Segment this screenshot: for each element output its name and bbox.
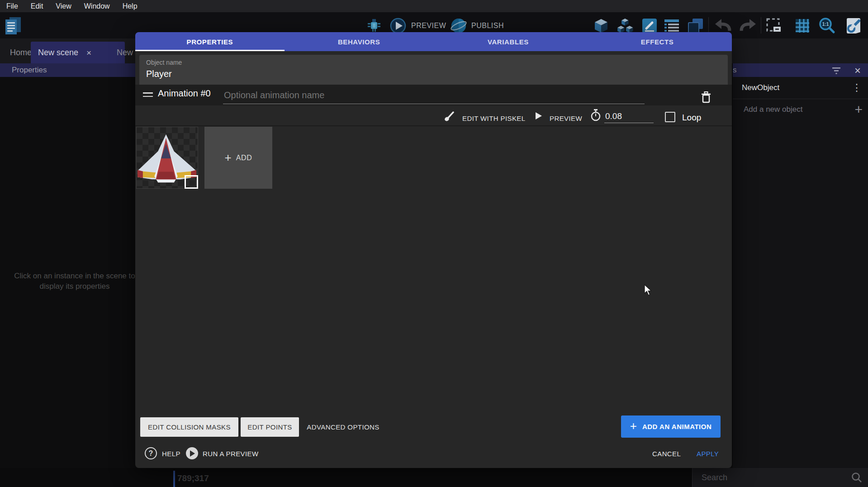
toolbar-separator xyxy=(708,17,709,33)
preview-animation-button[interactable]: PREVIEW xyxy=(550,115,582,122)
grid-icon[interactable] xyxy=(794,17,811,36)
play-icon xyxy=(535,112,542,122)
menu-view[interactable]: View xyxy=(49,2,77,10)
objects-panel-header: s × xyxy=(733,63,868,77)
plus-icon: + xyxy=(630,419,637,433)
object-editor-dialog: PROPERTIES BEHAVIORS VARIABLES EFFECTS O… xyxy=(135,32,732,468)
animation-title: Animation #0 xyxy=(158,88,211,99)
edit-points-button[interactable]: EDIT POINTS xyxy=(241,417,299,437)
advanced-options-button[interactable]: ADVANCED OPTIONS xyxy=(304,417,383,437)
cursor-coordinates: 789;317 xyxy=(177,473,209,483)
preview-label[interactable]: PREVIEW xyxy=(411,22,446,30)
object-list-item[interactable]: NewObject ⋮ xyxy=(733,77,868,99)
cancel-button[interactable]: CANCEL xyxy=(652,450,681,458)
animation-name-input[interactable] xyxy=(223,86,645,104)
plus-icon[interactable]: + xyxy=(854,103,863,116)
tab-partial[interactable]: New xyxy=(117,42,133,63)
dialog-tabbar: PROPERTIES BEHAVIORS VARIABLES EFFECTS xyxy=(135,32,732,51)
object-name-field[interactable]: Object name Player xyxy=(139,55,728,86)
loop-label: Loop xyxy=(682,113,701,123)
tab-properties[interactable]: PROPERTIES xyxy=(135,32,285,51)
selection-highlight xyxy=(173,471,175,487)
plus-icon: + xyxy=(225,151,232,165)
zoom-1-1-icon[interactable]: 1:1 xyxy=(818,17,836,37)
add-new-object-label: Add a new object xyxy=(744,105,802,114)
svg-text:1:1: 1:1 xyxy=(822,22,829,27)
object-name-label: Object name xyxy=(146,59,182,66)
search-bar xyxy=(692,468,868,487)
mouse-cursor xyxy=(644,284,653,298)
active-tab-indicator xyxy=(135,50,285,51)
object-item-label: NewObject xyxy=(742,83,779,92)
brush-icon xyxy=(444,110,455,124)
properties-panel-title: Properties xyxy=(12,66,47,75)
edit-with-piskel-button[interactable]: EDIT WITH PISKEL xyxy=(462,115,525,122)
close-panel-icon[interactable]: × xyxy=(854,64,861,77)
menu-edit[interactable]: Edit xyxy=(24,2,50,10)
stopwatch-icon xyxy=(590,109,602,123)
frame-duration-input[interactable] xyxy=(604,111,654,123)
objects-panel: s × NewObject ⋮ Add a new object + xyxy=(733,63,868,468)
menu-window[interactable]: Window xyxy=(78,2,116,10)
gdevelop-window: File Edit View Window Help PREVIEW PUBLI… xyxy=(0,0,868,487)
tab-effects[interactable]: EFFECTS xyxy=(583,32,732,51)
menu-bar: File Edit View Window Help xyxy=(0,0,868,12)
help-button[interactable]: HELP xyxy=(162,450,180,458)
origin-point-marker[interactable] xyxy=(185,175,198,189)
redo-icon[interactable] xyxy=(738,18,756,35)
project-manager-icon[interactable] xyxy=(5,16,22,38)
filter-icon[interactable] xyxy=(832,67,841,76)
toolbar-separator xyxy=(761,17,761,33)
frame-thumbnail[interactable] xyxy=(136,127,198,189)
add-an-animation-button[interactable]: + ADD AN ANIMATION xyxy=(621,415,721,438)
tab-behaviors[interactable]: BEHAVIORS xyxy=(285,32,434,51)
object-menu-icon[interactable]: ⋮ xyxy=(852,82,862,94)
add-new-object-row[interactable]: Add a new object + xyxy=(733,99,868,120)
object-name-value: Player xyxy=(146,69,172,79)
close-tab-icon[interactable]: × xyxy=(86,48,91,57)
objects-panel-title-fragment: s xyxy=(733,66,737,75)
run-preview-icon[interactable] xyxy=(186,447,198,459)
menu-file[interactable]: File xyxy=(0,2,24,10)
search-icon[interactable] xyxy=(851,472,862,485)
divider xyxy=(135,125,732,126)
tab-variables[interactable]: VARIABLES xyxy=(434,32,583,51)
scene-properties-icon[interactable] xyxy=(845,17,863,37)
loop-checkbox[interactable] xyxy=(665,112,675,122)
delete-selection-icon[interactable] xyxy=(765,17,783,36)
publish-label[interactable]: PUBLISH xyxy=(471,22,504,30)
trash-icon[interactable] xyxy=(700,91,712,105)
tab-new-scene[interactable]: New scene × xyxy=(31,42,125,63)
edit-collision-masks-button[interactable]: EDIT COLLISION MASKS xyxy=(140,417,238,437)
add-frame-button[interactable]: + ADD xyxy=(204,127,272,189)
menu-help[interactable]: Help xyxy=(116,2,144,10)
help-icon[interactable]: ? xyxy=(145,447,157,459)
drag-handle-icon[interactable] xyxy=(143,92,153,99)
run-a-preview-button[interactable]: RUN A PREVIEW xyxy=(203,450,259,458)
search-input[interactable] xyxy=(693,473,847,483)
apply-button[interactable]: APPLY xyxy=(697,450,719,458)
